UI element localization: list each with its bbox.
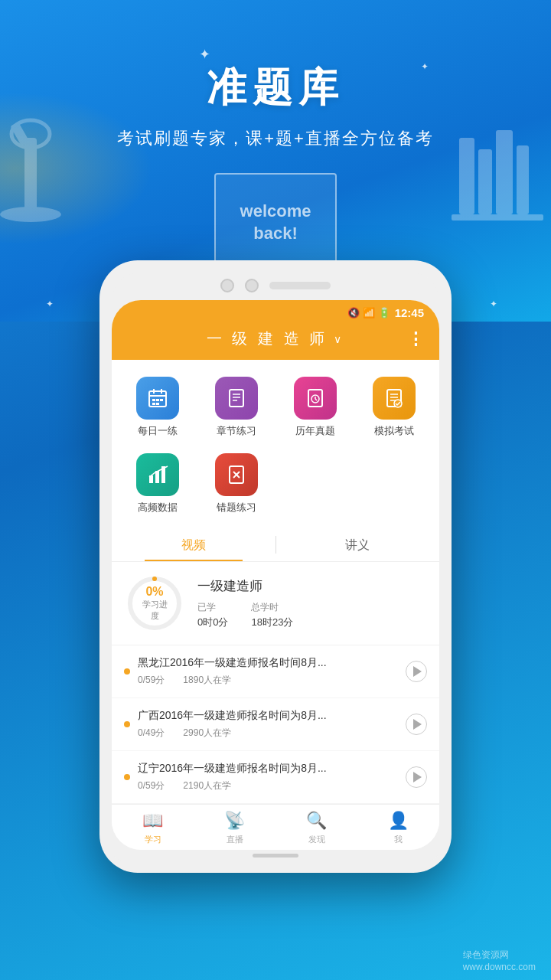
header-title-container[interactable]: 一 级 建 造 师 ∨ xyxy=(207,328,344,349)
app-subtitle: 考试刷题专家，课+题+直播全方位备考 xyxy=(0,127,551,150)
svg-rect-17 xyxy=(156,403,159,405)
study-nav-label: 学习 xyxy=(145,834,161,845)
signal-icon: 📶 xyxy=(363,307,375,318)
status-icons: 🔇 📶 🔋 xyxy=(347,307,390,318)
course-progress-2: 0/59分 xyxy=(138,779,165,792)
phone-screen: 🔇 📶 🔋 12:45 一 级 建 造 师 ∨ ⋮ 每日一练 xyxy=(112,300,439,850)
menu-item-history[interactable]: 历年真题 xyxy=(276,372,354,443)
nav-discover[interactable]: 🔍 发现 xyxy=(276,811,357,845)
svg-rect-15 xyxy=(160,399,163,401)
svg-line-25 xyxy=(315,399,317,400)
course-content-2: 辽宁2016年一级建造师报名时间为8月... 0/59分 2190人在学 xyxy=(138,762,398,792)
course-dot-1 xyxy=(124,721,130,727)
total-key: 总学时 xyxy=(251,601,293,614)
history-label: 历年真题 xyxy=(295,424,335,438)
progress-course-name: 一级建造师 xyxy=(197,577,427,595)
svg-rect-16 xyxy=(152,403,155,405)
course-content-1: 广西2016年一级建造师报名时间为8月... 0/49分 2990人在学 xyxy=(138,709,398,740)
deco-left xyxy=(0,92,99,245)
app-header: 一 级 建 造 师 ∨ ⋮ xyxy=(112,324,439,360)
progress-text: 0% 学习进度 xyxy=(139,585,170,622)
discover-nav-icon: 🔍 xyxy=(306,811,327,831)
svg-rect-14 xyxy=(156,399,159,401)
course-meta-0: 0/59分 1890人在学 xyxy=(138,674,398,687)
menu-grid-row2: 高频数据 错题练习 xyxy=(112,449,439,528)
course-meta-1: 0/49分 2990人在学 xyxy=(138,727,398,740)
svg-rect-13 xyxy=(152,399,155,401)
phone-mockup: 🔇 📶 🔋 12:45 一 级 建 造 师 ∨ ⋮ 每日一练 xyxy=(99,260,452,873)
history-icon xyxy=(294,377,337,420)
nav-study[interactable]: 📖 学习 xyxy=(112,811,194,845)
bottom-nav: 📖 学习 📡 直播 🔍 发现 👤 我 xyxy=(112,804,439,850)
watermark-line2: www.downcc.com xyxy=(463,962,536,972)
highfreq-icon xyxy=(136,453,179,496)
phone-top-bar xyxy=(112,273,439,300)
progress-section: 0% 学习进度 一级建造师 已学 0时0分 总学时 18时23分 xyxy=(112,562,439,645)
svg-rect-8 xyxy=(452,214,543,220)
me-nav-label: 我 xyxy=(394,834,403,845)
sparkle-icon-3: ✦ xyxy=(46,299,54,309)
course-dot-2 xyxy=(124,774,130,780)
menu-item-daily[interactable]: 每日一练 xyxy=(118,372,197,443)
course-content-0: 黑龙江2016年一级建造师报名时间8月... 0/59分 1890人在学 xyxy=(138,656,398,687)
course-title: 一 级 建 造 师 xyxy=(207,328,328,349)
svg-rect-7 xyxy=(517,145,529,214)
studied-val: 0时0分 xyxy=(197,616,228,629)
play-icon-0 xyxy=(413,666,422,677)
studied-group: 已学 0时0分 xyxy=(197,601,228,629)
live-nav-icon: 📡 xyxy=(224,811,245,831)
more-menu-icon[interactable]: ⋮ xyxy=(407,329,424,349)
play-icon-2 xyxy=(413,772,422,782)
play-button-2[interactable] xyxy=(406,766,427,788)
nav-me[interactable]: 👤 我 xyxy=(357,811,439,845)
menu-item-mock[interactable]: 模拟考试 xyxy=(354,372,433,443)
discover-nav-label: 发现 xyxy=(308,834,325,845)
progress-info: 一级建造师 已学 0时0分 总学时 18时23分 xyxy=(197,577,427,629)
course-list: 黑龙江2016年一级建造师报名时间8月... 0/59分 1890人在学 广西2… xyxy=(112,645,439,804)
dropdown-icon[interactable]: ∨ xyxy=(334,333,344,345)
progress-percent: 0% xyxy=(139,585,170,599)
mistakes-label: 错题练习 xyxy=(217,501,256,514)
watermark: 绿色资源网 www.downcc.com xyxy=(463,949,536,972)
course-progress-1: 0/49分 xyxy=(138,727,165,740)
sparkle-icon-4: ✦ xyxy=(490,299,497,309)
battery-icon: 🔋 xyxy=(378,307,390,318)
course-students-1: 2990人在学 xyxy=(183,727,231,740)
highfreq-label: 高频数据 xyxy=(138,501,178,514)
mistakes-icon xyxy=(215,453,258,496)
course-students-0: 1890人在学 xyxy=(183,674,231,687)
mock-label: 模拟考试 xyxy=(374,424,414,438)
course-title-0: 黑龙江2016年一级建造师报名时间8月... xyxy=(138,656,398,670)
mute-icon: 🔇 xyxy=(347,307,360,318)
menu-item-highfreq[interactable]: 高频数据 xyxy=(118,449,197,519)
total-group: 总学时 18时23分 xyxy=(251,601,293,629)
svg-rect-18 xyxy=(230,390,243,407)
status-bar: 🔇 📶 🔋 12:45 xyxy=(112,300,439,324)
phone-camera xyxy=(220,279,234,292)
daily-icon xyxy=(136,377,179,420)
nav-live[interactable]: 📡 直播 xyxy=(194,811,276,845)
home-indicator xyxy=(253,854,298,858)
progress-stats: 已学 0时0分 总学时 18时23分 xyxy=(197,601,427,629)
tab-video[interactable]: 视频 xyxy=(112,528,276,561)
watermark-line1: 绿色资源网 xyxy=(463,949,536,962)
tab-bar: 视频 讲义 xyxy=(112,528,439,562)
total-val: 18时23分 xyxy=(251,616,293,629)
phone-sensor xyxy=(245,279,259,292)
play-button-0[interactable] xyxy=(406,661,427,682)
mock-icon xyxy=(373,377,416,420)
course-progress-0: 0/59分 xyxy=(138,674,165,687)
svg-rect-5 xyxy=(478,149,492,214)
course-students-2: 2190人在学 xyxy=(183,779,231,792)
menu-item-chapter[interactable]: 章节练习 xyxy=(197,372,276,443)
study-nav-icon: 📖 xyxy=(142,811,163,831)
course-item-2[interactable]: 辽宁2016年一级建造师报名时间为8月... 0/59分 2190人在学 xyxy=(112,751,439,804)
course-item-0[interactable]: 黑龙江2016年一级建造师报名时间8月... 0/59分 1890人在学 xyxy=(112,645,439,698)
play-button-1[interactable] xyxy=(406,714,427,735)
live-nav-label: 直播 xyxy=(227,834,243,845)
menu-item-mistakes[interactable]: 错题练习 xyxy=(197,449,276,519)
app-title: 准题库 xyxy=(0,0,551,115)
course-title-1: 广西2016年一级建造师报名时间为8月... xyxy=(138,709,398,723)
course-item-1[interactable]: 广西2016年一级建造师报名时间为8月... 0/49分 2990人在学 xyxy=(112,698,439,751)
tab-notes[interactable]: 讲义 xyxy=(276,528,440,561)
